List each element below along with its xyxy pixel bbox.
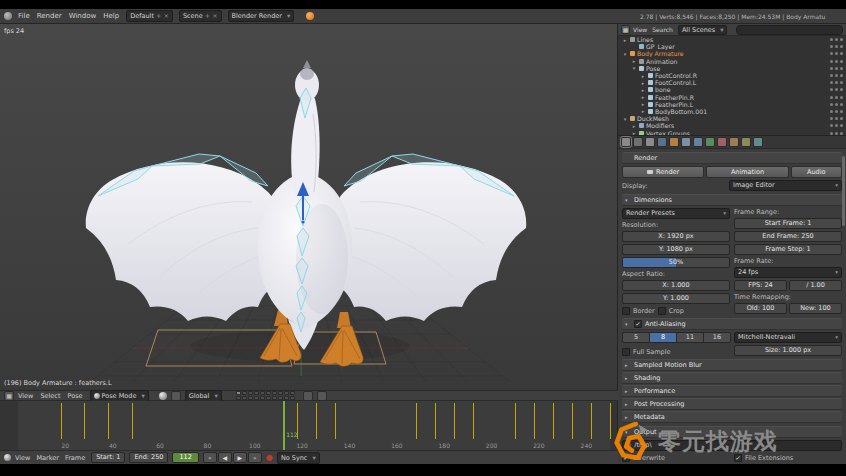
keyframe-marker[interactable]: [84, 403, 85, 439]
viewport-3d[interactable]: fps 24 (196) Body Armature : feathers.L: [0, 24, 618, 390]
aa-samples-16-button[interactable]: 16: [703, 332, 731, 343]
snap-magnet-icon[interactable]: [303, 391, 313, 401]
outliner-item-animation[interactable]: ▸Animation: [618, 58, 846, 65]
restrict-icons[interactable]: [830, 60, 843, 63]
expand-icon[interactable]: ▸: [640, 94, 646, 100]
expand-icon[interactable]: ▸: [631, 58, 637, 64]
outliner-item-duckmesh[interactable]: ▾DuckMesh: [618, 115, 846, 122]
outliner-item-bodybottom-001[interactable]: ▸BodyBottom.001: [618, 108, 846, 115]
fps-field[interactable]: FPS: 24: [734, 280, 787, 291]
scene-tab-icon[interactable]: [645, 137, 655, 147]
timeline-marker-menu[interactable]: Marker: [36, 454, 58, 462]
panel-header-post-processing[interactable]: ▸Post Processing: [622, 398, 842, 410]
render-tab-icon[interactable]: [621, 137, 631, 147]
keyframe-marker[interactable]: [61, 403, 62, 439]
blender-logo-icon[interactable]: [4, 12, 12, 20]
expand-icon[interactable]: ▸: [640, 87, 646, 93]
expand-icon[interactable]: ▸: [640, 101, 646, 107]
transform-orientation-select[interactable]: Global ▾: [185, 390, 222, 402]
jump-start-button[interactable]: «: [203, 452, 217, 463]
panel-header-sampled-motion-blur[interactable]: ▸Sampled Motion Blur: [622, 359, 842, 371]
outliner-item-gp-layer[interactable]: GP_Layer: [618, 43, 846, 50]
world-tab-icon[interactable]: [657, 137, 667, 147]
clock-icon[interactable]: [4, 454, 11, 461]
texture-tab-icon[interactable]: [729, 137, 739, 147]
full-sample-checkbox[interactable]: [622, 348, 630, 356]
end-frame-field[interactable]: End: 250: [129, 452, 168, 463]
keyframe-marker[interactable]: [534, 403, 535, 439]
restrict-icons[interactable]: [830, 52, 843, 55]
add-scene-icon[interactable]: +: [205, 12, 210, 20]
restrict-icons[interactable]: [830, 96, 843, 99]
keyframe-marker[interactable]: [515, 403, 516, 439]
panel-header-shading[interactable]: ▸Shading: [622, 372, 842, 384]
keyframe-marker[interactable]: [132, 403, 133, 439]
expand-icon[interactable]: ▾: [622, 51, 628, 57]
playhead[interactable]: 112: [283, 401, 285, 450]
outliner-item-pose[interactable]: ▾Pose: [618, 65, 846, 72]
layers-widget[interactable]: [236, 391, 295, 400]
outliner-item-modifiers[interactable]: ▸Modifiers: [618, 122, 846, 129]
play-button[interactable]: ▶: [233, 452, 247, 463]
menu-render[interactable]: Render: [37, 12, 62, 20]
expand-icon[interactable]: ▸: [622, 37, 628, 43]
resolution-y-field[interactable]: Y: 1080 px: [622, 244, 730, 255]
pivot-center-icon[interactable]: [171, 391, 181, 401]
aa-filter-select[interactable]: Mitchell-Netravali ▾: [734, 332, 842, 343]
keyframe-marker[interactable]: [435, 403, 436, 439]
viewport-shading-icon[interactable]: [159, 392, 167, 400]
outliner-search-input[interactable]: [736, 25, 843, 35]
aa-samples-8-button[interactable]: 8: [649, 332, 677, 343]
aa-size-field[interactable]: Size: 1.000 px: [734, 345, 842, 356]
record-button[interactable]: ●: [266, 454, 273, 462]
timeline-frame-menu[interactable]: Frame: [65, 454, 85, 462]
outliner-view-menu[interactable]: View: [633, 26, 647, 33]
screen-layout-select[interactable]: Default + ×: [126, 10, 173, 22]
object-data-tab-icon[interactable]: [705, 137, 715, 147]
restrict-icons[interactable]: [830, 81, 843, 84]
border-checkbox[interactable]: [622, 307, 630, 315]
modifiers-tab-icon[interactable]: [693, 137, 703, 147]
keyframe-marker[interactable]: [553, 403, 554, 439]
crop-checkbox[interactable]: [658, 307, 666, 315]
end-frame-prop-field[interactable]: End Frame: 250: [734, 231, 842, 242]
resolution-x-field[interactable]: X: 1920 px: [622, 231, 730, 242]
scrollbar[interactable]: [842, 156, 845, 226]
editor-type-icon[interactable]: ▦: [4, 391, 14, 401]
keyframe-marker[interactable]: [591, 403, 592, 439]
restrict-icons[interactable]: [830, 117, 843, 120]
restrict-icons[interactable]: [830, 45, 843, 48]
expand-icon[interactable]: ▸: [640, 73, 646, 79]
restrict-icons[interactable]: [830, 74, 843, 77]
scene-select[interactable]: Scene + ×: [179, 10, 222, 22]
mode-select[interactable]: Pose Mode ▾: [90, 390, 149, 402]
keyframe-marker[interactable]: [335, 403, 336, 439]
frame-step-field[interactable]: Frame Step: 1: [734, 244, 842, 255]
material-tab-icon[interactable]: [717, 137, 727, 147]
panel-header-performance[interactable]: ▸Performance: [622, 385, 842, 397]
current-frame-field[interactable]: 112: [172, 452, 198, 463]
panel-header-render[interactable]: Render: [622, 152, 842, 164]
restrict-icons[interactable]: [830, 38, 843, 41]
start-frame-field[interactable]: Start: 1: [91, 452, 125, 463]
restrict-icons[interactable]: [830, 103, 843, 106]
outliner-item-footcontrol-r[interactable]: ▸FootControl.R: [618, 72, 846, 79]
outliner-item-bone[interactable]: ▸bone: [618, 86, 846, 93]
restrict-icons[interactable]: [830, 110, 843, 113]
view-menu[interactable]: View: [18, 392, 33, 400]
expand-icon[interactable]: ▸: [631, 123, 637, 129]
close-scene-icon[interactable]: ×: [212, 12, 217, 20]
close-layout-icon[interactable]: ×: [163, 12, 168, 20]
expand-icon[interactable]: ▾: [631, 65, 637, 71]
panel-header-dimensions[interactable]: ▾ Dimensions: [622, 194, 842, 206]
render-preview-icon[interactable]: [317, 391, 327, 401]
outliner-item-body-armature[interactable]: ▾Body Armature: [618, 50, 846, 57]
outliner-item-footcontrol-l[interactable]: ▸FootControl.L: [618, 79, 846, 86]
anti-aliasing-checkbox[interactable]: [634, 320, 642, 328]
outliner-editor-icon[interactable]: ▦: [621, 25, 630, 34]
restrict-icons[interactable]: [830, 132, 843, 135]
outliner-item-featherpin-r[interactable]: ▸FeatherPin.R: [618, 94, 846, 101]
display-select[interactable]: Image Editor ▾: [729, 180, 842, 191]
restrict-icons[interactable]: [830, 67, 843, 70]
keyframe-marker[interactable]: [610, 403, 611, 439]
